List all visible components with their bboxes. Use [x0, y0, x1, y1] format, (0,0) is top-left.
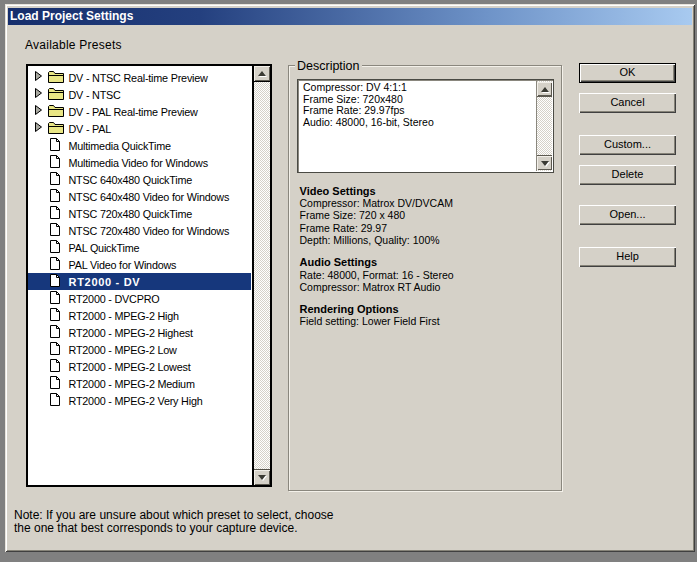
ok-button[interactable]: OK: [579, 63, 676, 83]
description-scroll-down-button[interactable]: [537, 155, 552, 170]
document-icon: [50, 155, 60, 168]
preset-label: RT2000 - MPEG-2 Very High: [69, 395, 203, 407]
description-text-area[interactable]: Compressor: DV 4:1:1Frame Size: 720x480F…: [297, 79, 554, 173]
preset-label: DV - PAL: [69, 123, 112, 135]
presets-scroll-up-button[interactable]: [254, 66, 270, 82]
preset-label: RT2000 - DVCPRO: [69, 293, 160, 305]
document-icon: [50, 274, 60, 287]
document-icon: [50, 189, 60, 202]
document-icon: [50, 240, 60, 253]
note-line-2: the one that best corresponds to your ca…: [14, 522, 334, 535]
expand-twisty-icon[interactable]: [35, 71, 42, 81]
presets-listbox[interactable]: DV - NTSC Real-time PreviewDV - NTSCDV -…: [26, 64, 272, 487]
desktop-background: { "window": { "title": "Load Project Set…: [0, 0, 697, 562]
preset-label: NTSC 640x480 Video for Windows: [69, 191, 230, 203]
help-button[interactable]: Help: [579, 247, 676, 267]
preset-label: DV - NTSC: [69, 89, 121, 101]
document-icon: [50, 138, 60, 151]
document-icon: [50, 325, 60, 338]
preset-item[interactable]: DV - PAL Real-time Preview: [28, 103, 251, 120]
description-line: Compressor: DV 4:1:1: [303, 82, 535, 94]
document-icon: [50, 393, 60, 406]
description-summary: Compressor: DV 4:1:1Frame Size: 720x480F…: [303, 82, 535, 129]
preset-label: RT2000 - MPEG-2 Highest: [69, 327, 193, 339]
presets-scrollbar[interactable]: [252, 66, 270, 485]
arrow-up-icon: [541, 87, 549, 92]
section-line: Rate: 48000, Format: 16 - Stereo: [300, 269, 558, 281]
expand-twisty-icon[interactable]: [35, 105, 42, 115]
section-line: Depth: Millions, Quality: 100%: [300, 234, 558, 246]
preset-label: RT2000 - MPEG-2 Medium: [69, 378, 195, 390]
presets-rows: DV - NTSC Real-time PreviewDV - NTSCDV -…: [28, 69, 251, 409]
preset-item[interactable]: NTSC 640x480 QuickTime: [28, 171, 251, 188]
description-scroll-up-button[interactable]: [537, 82, 552, 97]
preset-label: PAL QuickTime: [69, 242, 140, 254]
custom-button[interactable]: Custom...: [579, 135, 676, 155]
arrow-up-icon: [258, 71, 266, 76]
document-icon: [50, 172, 60, 185]
preset-item[interactable]: Multimedia Video for Windows: [28, 154, 251, 171]
preset-item[interactable]: RT2000 - MPEG-2 High: [28, 307, 251, 324]
description-line: Audio: 48000, 16-bit, Stereo: [303, 117, 535, 129]
description-scrollbar[interactable]: [536, 81, 552, 171]
window-title: Load Project Settings: [8, 9, 133, 23]
preset-item[interactable]: NTSC 720x480 Video for Windows: [28, 222, 251, 239]
preset-item[interactable]: RT2000 - MPEG-2 Medium: [28, 375, 251, 392]
section-line: Compressor: Matrox DV/DVCAM: [300, 197, 558, 209]
preset-label: DV - NTSC Real-time Preview: [69, 72, 208, 84]
open-button[interactable]: Open...: [579, 205, 676, 225]
preset-label: RT2000 - MPEG-2 Low: [69, 344, 177, 356]
preset-label: NTSC 720x480 QuickTime: [69, 208, 193, 220]
document-icon: [50, 342, 60, 355]
preset-label: PAL Video for Windows: [69, 259, 177, 271]
settings-sections: Video SettingsCompressor: Matrox DV/DVCA…: [300, 185, 558, 328]
document-icon: [50, 206, 60, 219]
preset-item-selected[interactable]: RT2000 - DV: [28, 273, 251, 290]
document-icon: [50, 376, 60, 389]
preset-item[interactable]: NTSC 640x480 Video for Windows: [28, 188, 251, 205]
description-groupbox: Description Compressor: DV 4:1:1Frame Si…: [288, 65, 562, 491]
preset-item[interactable]: RT2000 - MPEG-2 Very High: [28, 392, 251, 409]
document-icon: [50, 359, 60, 372]
titlebar[interactable]: Load Project Settings: [8, 8, 692, 25]
folder-icon: [48, 122, 64, 134]
preset-item[interactable]: RT2000 - DVCPRO: [28, 290, 251, 307]
preset-item[interactable]: DV - NTSC: [28, 86, 251, 103]
preset-item[interactable]: RT2000 - MPEG-2 Lowest: [28, 358, 251, 375]
preset-item[interactable]: Multimedia QuickTime: [28, 137, 251, 154]
description-legend: Description: [295, 59, 362, 73]
expand-twisty-icon[interactable]: [35, 122, 42, 132]
delete-button[interactable]: Delete: [579, 165, 676, 185]
section-line: Compressor: Matrox RT Audio: [300, 281, 558, 293]
arrow-down-icon: [258, 475, 266, 480]
preset-item[interactable]: DV - NTSC Real-time Preview: [28, 69, 251, 86]
presets-scroll-down-button[interactable]: [254, 469, 270, 485]
preset-item[interactable]: PAL QuickTime: [28, 239, 251, 256]
load-project-settings-dialog: Load Project Settings Available Presets …: [5, 4, 695, 552]
section-line: Frame Rate: 29.97: [300, 222, 558, 234]
folder-icon: [48, 71, 64, 83]
folder-icon: [48, 88, 64, 100]
cancel-button[interactable]: Cancel: [579, 93, 676, 113]
preset-label: RT2000 - DV: [69, 276, 141, 288]
document-icon: [50, 223, 60, 236]
note-text: Note: If you are unsure about which pres…: [14, 509, 334, 535]
document-icon: [50, 308, 60, 321]
preset-label: RT2000 - MPEG-2 High: [69, 310, 179, 322]
available-presets-label: Available Presets: [25, 38, 122, 52]
preset-item[interactable]: RT2000 - MPEG-2 Highest: [28, 324, 251, 341]
note-line-1: Note: If you are unsure about which pres…: [14, 509, 334, 522]
preset-item[interactable]: DV - PAL: [28, 120, 251, 137]
section-line: Field setting: Lower Field First: [300, 315, 558, 327]
arrow-down-icon: [541, 161, 549, 166]
section-heading: Video Settings: [300, 185, 558, 197]
preset-label: RT2000 - MPEG-2 Lowest: [69, 361, 191, 373]
expand-twisty-icon[interactable]: [35, 88, 42, 98]
preset-item[interactable]: NTSC 720x480 QuickTime: [28, 205, 251, 222]
preset-label: NTSC 720x480 Video for Windows: [69, 225, 230, 237]
document-icon: [50, 291, 60, 304]
preset-item[interactable]: RT2000 - MPEG-2 Low: [28, 341, 251, 358]
section-heading: Rendering Options: [300, 303, 558, 315]
preset-item[interactable]: PAL Video for Windows: [28, 256, 251, 273]
preset-label: Multimedia Video for Windows: [69, 157, 208, 169]
